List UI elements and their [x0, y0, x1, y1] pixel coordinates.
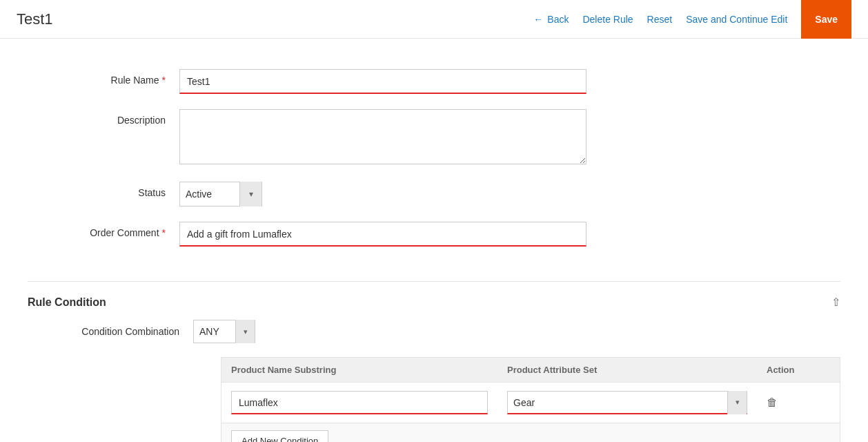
order-comment-row: Order Comment*: [28, 222, 840, 247]
page-header: Test1 ← Back Delete Rule Reset Save and …: [0, 0, 868, 39]
section-divider: [28, 281, 840, 282]
status-select-wrapper: Active Inactive: [179, 182, 262, 206]
status-select-arrow-icon[interactable]: [239, 182, 262, 206]
action-cell: [757, 394, 840, 412]
rule-condition-header: Rule Condition ⇧: [28, 287, 840, 320]
col-header-attribute-set: Product Attribute Set: [497, 358, 757, 382]
form-section: Rule Name* Description Status Active Ina…: [28, 55, 840, 276]
status-label: Status: [28, 182, 179, 198]
col-header-action: Action: [757, 358, 840, 382]
rule-condition-section: Rule Condition ⇧ Condition Combination A…: [28, 287, 840, 442]
required-mark-2: *: [162, 227, 166, 238]
product-name-cell: [221, 388, 497, 417]
reset-button[interactable]: Reset: [647, 14, 673, 25]
add-new-condition-button[interactable]: Add New Condition: [231, 430, 328, 442]
table-row: Gear Default Bottom Top: [221, 383, 840, 423]
status-select-container: Active Inactive: [179, 182, 262, 206]
attribute-set-select-container: Gear Default Bottom Top: [507, 391, 747, 414]
back-button[interactable]: ← Back: [533, 14, 569, 25]
condition-combination-row: Condition Combination ANY ALL: [28, 320, 840, 343]
required-mark: *: [162, 75, 166, 86]
condition-combination-label: Condition Combination: [55, 326, 193, 337]
description-input-wrapper: [179, 109, 586, 166]
attribute-set-cell: Gear Default Bottom Top: [497, 388, 757, 417]
combination-select-arrow-icon[interactable]: [235, 320, 255, 343]
attribute-set-select[interactable]: Gear Default Bottom Top: [508, 392, 727, 413]
delete-rule-button[interactable]: Delete Rule: [582, 14, 633, 25]
back-arrow-icon: ←: [533, 14, 543, 25]
add-condition-row: Add New Condition: [221, 423, 840, 442]
condition-table-header: Product Name Substring Product Attribute…: [221, 358, 840, 383]
order-comment-label: Order Comment*: [28, 222, 179, 238]
header-actions: ← Back Delete Rule Reset Save and Contin…: [533, 0, 851, 39]
rule-condition-title: Rule Condition: [28, 296, 106, 309]
rule-name-input[interactable]: [179, 69, 586, 94]
rule-name-label: Rule Name*: [28, 69, 179, 86]
product-name-substring-input[interactable]: [231, 391, 488, 414]
attribute-set-select-arrow-icon[interactable]: [727, 391, 747, 414]
page-title: Test1: [17, 10, 53, 28]
combination-select-container: ANY ALL: [193, 320, 255, 343]
status-row: Status Active Inactive: [28, 182, 840, 206]
trash-icon: [767, 396, 778, 409]
description-textarea[interactable]: [179, 109, 586, 164]
order-comment-input[interactable]: [179, 222, 586, 247]
status-select[interactable]: Active Inactive: [180, 182, 239, 206]
combination-select[interactable]: ANY ALL: [194, 320, 235, 343]
col-header-product-name: Product Name Substring: [221, 358, 497, 382]
collapse-button[interactable]: ⇧: [831, 296, 840, 309]
order-comment-input-wrapper: [179, 222, 586, 247]
condition-table: Product Name Substring Product Attribute…: [221, 357, 840, 442]
delete-row-button[interactable]: [767, 396, 778, 409]
rule-name-input-wrapper: [179, 69, 586, 94]
save-continue-button[interactable]: Save and Continue Edit: [686, 14, 787, 25]
rule-name-row: Rule Name*: [28, 69, 840, 94]
description-row: Description: [28, 109, 840, 166]
page-content: Rule Name* Description Status Active Ina…: [0, 39, 868, 442]
save-button[interactable]: Save: [801, 0, 851, 39]
description-label: Description: [28, 109, 179, 126]
